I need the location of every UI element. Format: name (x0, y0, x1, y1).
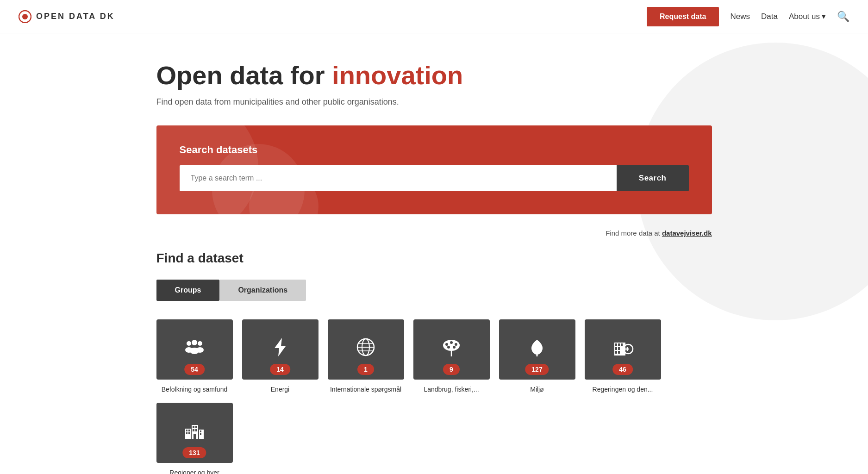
category-count: 131 (182, 447, 206, 458)
svg-rect-24 (618, 343, 620, 346)
category-icon-box: 9 (413, 319, 490, 380)
category-label: Landbrug, fiskeri,... (424, 385, 479, 393)
header: OPEN DATA DK Request data News Data Abou… (0, 0, 868, 33)
globe-icon (355, 336, 377, 363)
nav-data[interactable]: Data (761, 12, 778, 21)
tab-groups[interactable]: Groups (156, 280, 220, 301)
svg-rect-32 (186, 430, 187, 431)
search-row: Search (180, 165, 689, 191)
category-icon-box: 46 (585, 319, 661, 380)
svg-rect-25 (621, 343, 623, 346)
category-card-regioner[interactable]: 131 Regioner og byer (156, 403, 233, 474)
category-card-energi[interactable]: 14 Energi (242, 319, 318, 393)
search-section: Search datasets Search (156, 125, 712, 214)
category-grid: 54 Befolkning og samfund 14 Energi (156, 319, 712, 474)
energy-icon (269, 336, 291, 363)
chevron-down-icon: ▾ (822, 12, 826, 21)
find-dataset-title: Find a dataset (156, 251, 712, 266)
svg-rect-35 (188, 432, 190, 434)
svg-rect-44 (200, 433, 201, 435)
category-label: Miljø (530, 385, 544, 393)
svg-point-19 (447, 346, 450, 349)
category-label: Befolkning og samfund (162, 385, 227, 393)
svg-rect-29 (618, 351, 620, 354)
dataset-tabs: Groups Organizations (156, 280, 712, 301)
datavejviser-link[interactable]: datavejviser.dk (662, 229, 712, 237)
search-input[interactable] (180, 165, 617, 191)
category-count: 9 (443, 364, 460, 375)
category-label: Energi (271, 385, 289, 393)
logo-text: OPEN DATA DK (36, 12, 115, 21)
svg-rect-28 (615, 351, 617, 354)
people-icon (183, 336, 206, 363)
city-icon (183, 419, 206, 446)
tab-organizations[interactable]: Organizations (219, 280, 306, 301)
svg-rect-23 (615, 343, 617, 346)
logo[interactable]: OPEN DATA DK (19, 10, 115, 23)
category-card-regeringen[interactable]: 46 Regeringen og den... (585, 319, 661, 393)
logo-icon (19, 10, 31, 23)
svg-rect-38 (195, 426, 197, 428)
category-icon-box: 127 (499, 319, 575, 380)
svg-rect-27 (618, 347, 620, 350)
category-count: 127 (525, 364, 549, 375)
svg-rect-31 (185, 429, 191, 439)
svg-rect-39 (193, 429, 194, 431)
nature-icon (526, 336, 548, 363)
hero-title: Open data for innovation (156, 61, 712, 90)
main-content: Open data for innovation Find open data … (0, 33, 868, 474)
svg-point-17 (450, 341, 453, 344)
category-icon-box: 54 (156, 319, 233, 380)
category-icon-box: 1 (328, 319, 404, 380)
category-card-landbrug[interactable]: 9 Landbrug, fiskeri,... (413, 319, 490, 393)
svg-point-20 (453, 346, 456, 349)
svg-rect-40 (195, 429, 197, 431)
hero-subtitle: Find open data from municipalities and o… (156, 97, 712, 107)
svg-point-7 (196, 347, 204, 353)
svg-point-4 (198, 341, 202, 346)
category-label: Regeringen og den... (593, 385, 653, 393)
data-link-row: Find more data at datavejviser.dk (156, 224, 712, 251)
svg-point-2 (187, 341, 191, 346)
svg-rect-26 (615, 347, 617, 350)
category-card-befolkning[interactable]: 54 Befolkning og samfund (156, 319, 233, 393)
category-count: 14 (270, 364, 290, 375)
svg-point-3 (192, 340, 197, 345)
request-data-button[interactable]: Request data (647, 7, 719, 26)
search-button[interactable]: Search (617, 165, 689, 191)
category-label: Regioner og byer (169, 468, 219, 474)
nav-news[interactable]: News (730, 12, 750, 21)
government-icon (612, 336, 634, 363)
header-nav: Request data News Data About us ▾ 🔍 (647, 7, 849, 26)
svg-point-1 (22, 14, 28, 19)
svg-point-16 (445, 343, 448, 346)
category-icon-box: 131 (156, 403, 233, 463)
svg-rect-37 (193, 426, 194, 428)
category-label: Internationale spørgsmål (330, 385, 401, 393)
nav-about-us[interactable]: About us ▾ (789, 12, 826, 21)
category-card-internationale[interactable]: 1 Internationale spørgsmål (328, 319, 404, 393)
svg-rect-41 (194, 434, 196, 439)
category-count: 46 (612, 364, 633, 375)
svg-marker-8 (275, 338, 286, 356)
agriculture-icon (440, 336, 462, 363)
category-count: 54 (184, 364, 205, 375)
category-count: 1 (357, 364, 374, 375)
svg-point-18 (455, 343, 457, 346)
svg-rect-43 (200, 430, 201, 432)
search-icon[interactable]: 🔍 (837, 11, 849, 23)
svg-rect-33 (188, 430, 190, 431)
category-card-miljo[interactable]: 127 Miljø (499, 319, 575, 393)
search-section-title: Search datasets (180, 144, 689, 156)
category-icon-box: 14 (242, 319, 318, 380)
svg-rect-34 (186, 432, 187, 434)
